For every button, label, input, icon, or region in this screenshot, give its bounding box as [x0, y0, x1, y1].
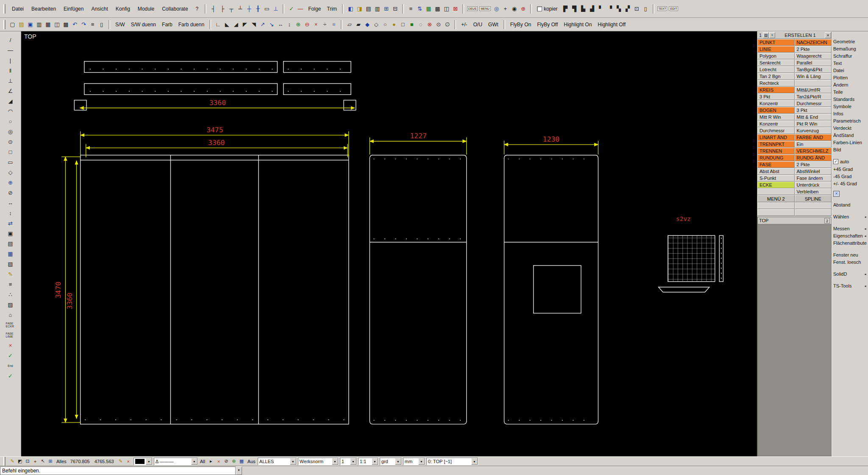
toolbar-icon[interactable]: ◥	[249, 20, 258, 29]
command-cell-right[interactable]: 3 Pkt	[795, 107, 832, 114]
sidebar-item[interactable]: Ändern	[832, 81, 868, 89]
toolbar-icon[interactable]: ▜	[570, 4, 579, 13]
blue-window-close-icon[interactable]: ×	[833, 191, 840, 197]
draw-tool-icon[interactable]: ⊘	[6, 187, 16, 198]
kopier-checkbox[interactable]: kopier	[537, 6, 558, 12]
toolbar-icon[interactable]: ∟	[214, 20, 223, 29]
sidebar-item[interactable]: Parametrisch	[832, 117, 868, 125]
draw-tool-icon[interactable]: ≡	[6, 279, 16, 289]
toolbar-icon[interactable]: ◇	[372, 20, 381, 29]
toolbar-icon[interactable]: ▙	[579, 4, 588, 13]
toolbar-icon[interactable]: ◫	[53, 20, 61, 29]
menu-item[interactable]: ?	[192, 5, 203, 13]
toolbar-icon[interactable]: ⊖	[303, 20, 312, 29]
toolbar-icon[interactable]: ÷	[320, 20, 329, 29]
spline-button[interactable]: SPLINE	[795, 195, 832, 202]
factor-select[interactable]: 1▼	[340, 458, 357, 465]
sidebar-item[interactable]: Infos	[832, 110, 868, 117]
command-cell-right[interactable]: FARBE ÄND	[795, 134, 832, 141]
toolbar-icon[interactable]: ▩	[61, 20, 70, 29]
toolbar-icon[interactable]: ▛	[561, 4, 570, 13]
draw-tool-icon[interactable]: ◢	[6, 96, 16, 106]
toolbar-icon[interactable]: ✓	[287, 4, 296, 13]
chevron-down-icon[interactable]: ▼	[146, 458, 152, 465]
chevron-down-icon[interactable]: ▼	[395, 458, 401, 465]
checkbox-icon[interactable]	[537, 6, 542, 11]
draw-tool-icon[interactable]: ▣	[6, 228, 16, 238]
sidebar-item[interactable]: Farben-Linien	[832, 139, 868, 146]
command-cell-right[interactable]: 2 Pkte	[795, 46, 832, 53]
toolbar-icon[interactable]: ▱	[345, 20, 354, 29]
toolbar-icon[interactable]: —	[296, 4, 305, 13]
sidebar-item[interactable]: -45 Grad	[832, 173, 868, 180]
toolbar-icon[interactable]: ≡	[88, 20, 97, 29]
command-cell-right[interactable]	[795, 80, 832, 87]
plusminus-button[interactable]: +/-	[459, 21, 470, 28]
toolbar-icon[interactable]: ┤	[209, 4, 218, 13]
toolbar-icon[interactable]: ▦	[44, 20, 53, 29]
toolbar-icon[interactable]: ⊥	[271, 4, 280, 13]
command-input[interactable]	[0, 467, 236, 475]
chevron-down-icon[interactable]: ▼	[332, 458, 338, 465]
draw-tool-icon[interactable]: ×	[6, 340, 16, 350]
chevron-down-icon[interactable]: ▼	[191, 458, 198, 465]
sidebar-item[interactable]: Datei	[832, 67, 868, 74]
color-select[interactable]: ▼	[134, 458, 153, 465]
toolbar-icon[interactable]: ∅	[443, 20, 452, 29]
command-cell-right[interactable]: RUNDG ÄND	[795, 154, 832, 161]
draw-tool-icon[interactable]: |	[6, 55, 16, 65]
command-cell-left[interactable]: PUNKT	[757, 39, 795, 46]
toolbar-icon[interactable]: ⊞	[382, 4, 391, 13]
command-cell-right[interactable]: Mitt&Umf/R	[795, 87, 832, 93]
status-icon[interactable]: ⊡	[24, 458, 31, 465]
draw-tool-icon[interactable]: ▤	[6, 238, 16, 249]
toolbar-icon[interactable]: ↗	[258, 20, 267, 29]
view-panel-body[interactable]	[758, 224, 831, 456]
flyby-off-button[interactable]: FlyBy Off	[534, 21, 560, 28]
status-icon[interactable]: +	[31, 458, 39, 465]
toolbar-icon[interactable]: □	[398, 20, 407, 29]
toolbar-icon[interactable]: ▤	[17, 20, 26, 29]
toolbar-icon[interactable]: ⊗	[425, 20, 434, 29]
edit-chip-icon[interactable]: EDIT	[669, 6, 678, 11]
draw-tool-icon[interactable]: ✓	[6, 371, 16, 381]
deus-chip-icon[interactable]: DEUS	[467, 6, 478, 11]
draw-tool-icon[interactable]: FASE LINIE	[6, 330, 16, 340]
sidebar-item[interactable]: +/- 45 Grad	[832, 180, 868, 187]
toolbar-icon[interactable]: ▭	[262, 4, 271, 13]
chevron-down-icon[interactable]: ▼	[418, 458, 425, 465]
menu-item[interactable]: Collaborate	[158, 5, 192, 13]
toolbar-icon[interactable]: +	[501, 4, 510, 13]
command-cell-left[interactable]: ECKE	[757, 182, 795, 188]
toolbar-icon[interactable]: ○	[381, 20, 389, 29]
command-cell-right[interactable]: Kurvenzug	[795, 127, 832, 134]
command-cell-left[interactable]: 3 Pkt	[757, 93, 795, 100]
selection-filter-select[interactable]: ALLES▼	[258, 458, 297, 465]
norm-select[interactable]: Werksnorm▼	[298, 458, 339, 465]
command-cell-left[interactable]	[757, 188, 795, 195]
status-icon[interactable]: ✎	[8, 458, 16, 465]
status-icon[interactable]: ⊞	[47, 458, 54, 465]
toolbar-icon[interactable]: ▥	[373, 4, 382, 13]
command-cell-left[interactable]: Abst Abst	[757, 168, 795, 175]
draw-tool-icon[interactable]: ✎	[6, 269, 16, 279]
toolbar-icon[interactable]: ≡	[406, 4, 415, 13]
chevron-down-icon[interactable]: ▼	[350, 458, 356, 465]
draw-tool-icon[interactable]: ▧	[6, 259, 16, 269]
toolbar-grip[interactable]	[3, 20, 6, 29]
sidebar-item[interactable]: Wählen◄	[832, 213, 868, 221]
active-view-select[interactable]: 0: TOP [~1]▼	[426, 458, 478, 465]
close-icon[interactable]: ×	[825, 32, 831, 38]
sidebar-item[interactable]: Bild	[832, 146, 868, 154]
toolbar-icon[interactable]: ⇅	[415, 4, 424, 13]
toolbar-icon[interactable]: ▯	[641, 4, 650, 13]
sidebar-item[interactable]: Fenster neu	[832, 251, 868, 259]
toolbar-icon[interactable]: ◨	[355, 4, 364, 13]
sidebar-item[interactable]: Messen◄	[832, 225, 868, 232]
sidebar-item[interactable]: Fenst. loesch	[832, 259, 868, 266]
toolbar-icon[interactable]: ◆	[363, 20, 372, 29]
command-cell-left[interactable]: Polygon	[757, 53, 795, 59]
sidebar-item[interactable]: Plotten	[832, 74, 868, 81]
toolbar-icon[interactable]: ▦	[424, 4, 433, 13]
toolbar-icon[interactable]: ▟	[588, 4, 597, 13]
